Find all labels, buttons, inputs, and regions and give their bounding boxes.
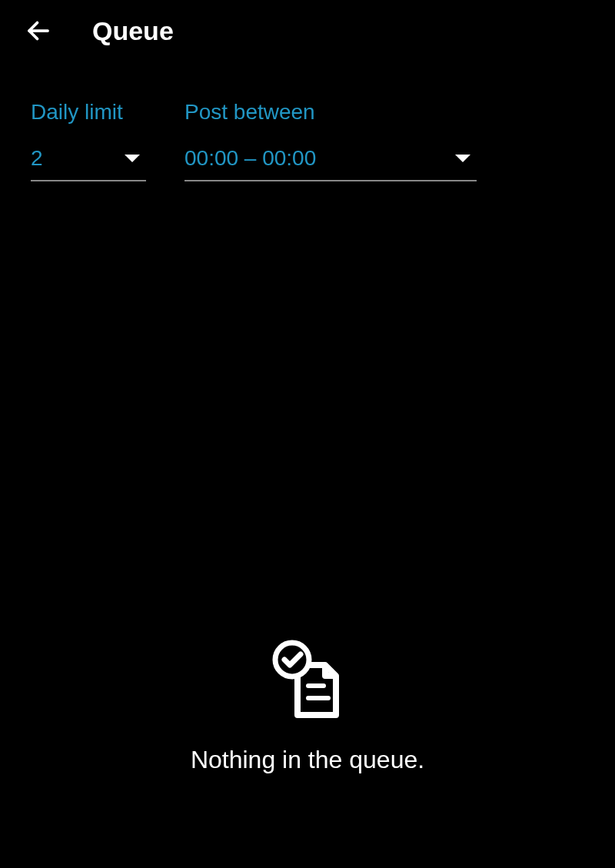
post-between-label: Post between	[184, 100, 477, 125]
empty-queue-icon	[265, 638, 350, 723]
chevron-down-icon	[455, 155, 470, 162]
daily-limit-value: 2	[31, 146, 43, 171]
daily-limit-group: Daily limit 2	[31, 100, 146, 181]
post-between-value: 00:00 – 00:00	[184, 146, 316, 171]
empty-state: Nothing in the queue.	[0, 638, 615, 774]
daily-limit-label: Daily limit	[31, 100, 146, 125]
empty-state-message: Nothing in the queue.	[191, 746, 424, 774]
controls-row: Daily limit 2 Post between 00:00 – 00:00	[0, 62, 615, 181]
post-between-dropdown[interactable]: 00:00 – 00:00	[184, 146, 477, 181]
post-between-group: Post between 00:00 – 00:00	[184, 100, 477, 181]
back-button[interactable]	[23, 15, 54, 46]
page-title: Queue	[92, 16, 174, 46]
header: Queue	[0, 0, 615, 62]
daily-limit-dropdown[interactable]: 2	[31, 146, 146, 181]
chevron-down-icon	[125, 155, 140, 162]
arrow-left-icon	[25, 17, 52, 45]
